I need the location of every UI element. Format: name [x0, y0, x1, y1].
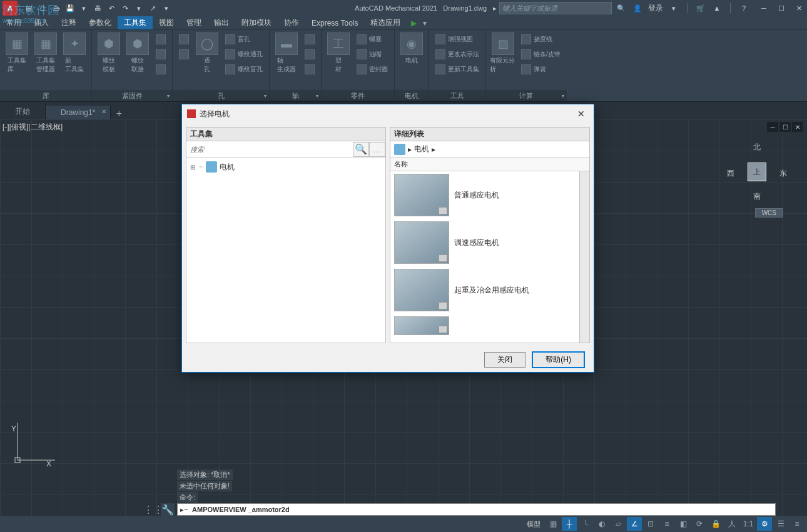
tab-home[interactable]: 常用	[0, 16, 28, 29]
qat-redo-icon[interactable]: ↷	[119, 2, 131, 14]
tab-parametric[interactable]: 参数化	[83, 16, 118, 29]
qat-new-icon[interactable]: 🗋	[36, 2, 49, 14]
qat-saveas-icon[interactable]: ▾	[78, 2, 90, 14]
tab-manage[interactable]: 管理	[180, 16, 208, 29]
angle-icon[interactable]: ∠	[627, 517, 642, 531]
tab-add-button[interactable]: +	[111, 108, 127, 119]
tree-search-input[interactable]	[186, 146, 353, 153]
btn-spring[interactable]: 弹簧	[519, 63, 563, 76]
tree-view[interactable]: ⊞ ┈ 电机	[186, 158, 385, 176]
tab-addins[interactable]: 附加模块	[235, 16, 278, 29]
cycling-icon[interactable]: ⟳	[692, 517, 707, 531]
btn-blind-hole[interactable]: 盲孔	[223, 33, 265, 46]
maximize-button[interactable]: ☐	[773, 1, 789, 15]
shaft-s2[interactable]	[302, 48, 317, 61]
minimize-button[interactable]: ─	[756, 1, 772, 15]
tab-close-icon[interactable]: ✕	[101, 108, 106, 115]
btn-update-lib[interactable]: 更新工具集	[433, 63, 482, 76]
btn-thru-hole[interactable]: ◯通 孔	[194, 33, 220, 74]
close-button[interactable]: 关闭	[484, 352, 525, 368]
btn-motor[interactable]: ◉电机	[398, 33, 425, 65]
tab-drawing1[interactable]: Drawing1*✕	[46, 106, 111, 119]
customize-icon[interactable]: ≡	[789, 517, 804, 531]
login-dropdown-icon[interactable]: ▾	[668, 3, 679, 14]
shaft-s1[interactable]	[302, 33, 317, 46]
wcs-label[interactable]: WCS	[755, 208, 783, 218]
tab-express[interactable]: Express Tools	[305, 18, 364, 29]
viewcube-west[interactable]: 西	[727, 168, 734, 179]
status-model-label[interactable]: 模型	[523, 519, 544, 529]
tree-expand-icon[interactable]: ⊞	[190, 164, 196, 171]
btn-deflection[interactable]: 挠度线	[519, 33, 563, 46]
tree-node-motor[interactable]: ⊞ ┈ 电机	[190, 161, 382, 173]
qat-dropdown-icon[interactable]: ▾	[133, 2, 145, 14]
qat-share-icon[interactable]: ↗	[146, 2, 159, 14]
dialog-close-button[interactable]: ✕	[574, 106, 589, 121]
list-item[interactable]	[390, 314, 589, 338]
qat-save-icon[interactable]: 💾	[64, 2, 76, 14]
tab-annotate[interactable]: 注释	[55, 16, 83, 29]
snap-icon[interactable]: ┼	[562, 517, 577, 531]
cmd-tool-icon[interactable]: 🔧	[161, 503, 175, 516]
scale-icon[interactable]: 1:1	[741, 517, 756, 531]
tab-insert[interactable]: 插入	[28, 16, 55, 29]
user-icon[interactable]: 👤	[632, 3, 643, 14]
btn-new-lib[interactable]: ✦新 工具集	[61, 33, 88, 74]
polar-icon[interactable]: ◐	[594, 517, 609, 531]
close-button[interactable]: ✕	[791, 1, 807, 15]
breadcrumb-icon[interactable]	[394, 144, 405, 155]
help-icon[interactable]: ?	[738, 3, 749, 14]
btn-nipple[interactable]: 油嘴	[354, 48, 390, 61]
btn-seal[interactable]: 密封圈	[354, 63, 390, 76]
cart-icon[interactable]: 🛒	[695, 3, 706, 14]
viewcube[interactable]: 北 南 西 东 上	[726, 141, 788, 203]
annoscale-icon[interactable]: 🔒	[708, 517, 723, 531]
fastener-small-3[interactable]	[153, 63, 168, 76]
tab-content[interactable]: 工具集	[118, 16, 153, 29]
list-item[interactable]: 起重及冶金用感应电机	[390, 266, 589, 314]
btn-powerview[interactable]: 增强视图	[433, 33, 482, 46]
monitor-icon[interactable]: ☰	[773, 517, 788, 531]
btn-tapped-thru[interactable]: 螺纹通孔	[223, 48, 265, 61]
search-input[interactable]: 键入关键字或短语	[499, 2, 612, 14]
list-header[interactable]: 名称	[390, 158, 589, 171]
search-icon[interactable]: 🔍	[616, 3, 627, 14]
viewcube-east[interactable]: 东	[779, 168, 787, 179]
qat-more-icon[interactable]: ▾	[160, 2, 173, 14]
lineweight-icon[interactable]: ≡	[659, 517, 674, 531]
tab-featured[interactable]: 精选应用	[364, 16, 407, 29]
btn-shaft-gen[interactable]: ▬轴 生成器	[273, 33, 300, 74]
btn-lib-manager[interactable]: ▦工具集 管理器	[33, 33, 59, 74]
tab-view[interactable]: 视图	[153, 16, 180, 29]
shaft-s3[interactable]	[302, 63, 317, 76]
dialog-titlebar[interactable]: 选择电机 ✕	[182, 104, 594, 123]
btn-profile[interactable]: 工型 材	[325, 33, 352, 74]
scrollbar[interactable]	[579, 171, 589, 343]
list-item[interactable]: 调速感应电机	[390, 219, 589, 266]
viewcube-north[interactable]: 北	[753, 142, 761, 153]
ortho-icon[interactable]: └	[578, 517, 593, 531]
qat-undo-icon[interactable]: ↶	[105, 2, 118, 14]
vp-close-icon[interactable]: ✕	[792, 122, 803, 132]
btn-chain[interactable]: 链条/皮带	[519, 48, 563, 61]
transparency-icon[interactable]: ◧	[676, 517, 691, 531]
btn-screw-conn[interactable]: ⬢螺纹 联接	[124, 33, 151, 74]
hole-grid-2[interactable]	[176, 48, 191, 61]
grid-icon[interactable]: ▦	[546, 517, 561, 531]
search-options-button[interactable]: …	[369, 142, 385, 157]
cmd-customize-icon[interactable]: ⋮⋮	[147, 503, 160, 516]
search-button[interactable]: 🔍	[353, 142, 369, 157]
fastener-small-1[interactable]	[153, 33, 168, 46]
play-icon[interactable]: ▶	[407, 17, 420, 29]
ribbon-collapse-icon[interactable]: ▾	[423, 19, 427, 28]
breadcrumb-item[interactable]: 电机	[414, 144, 429, 154]
btn-fea[interactable]: ▨有限元分析	[490, 33, 516, 74]
autodesk-icon[interactable]: ▲	[711, 3, 723, 14]
btn-tapped-blind[interactable]: 螺纹盲孔	[223, 63, 265, 76]
tab-collab[interactable]: 协作	[278, 16, 305, 29]
list-item[interactable]: 普通感应电机	[390, 171, 589, 219]
login-label[interactable]: 登录	[648, 3, 663, 14]
vp-maximize-icon[interactable]: ☐	[779, 122, 791, 132]
qat-menu-icon[interactable]: ▤	[23, 2, 35, 14]
fastener-small-2[interactable]	[153, 48, 168, 61]
